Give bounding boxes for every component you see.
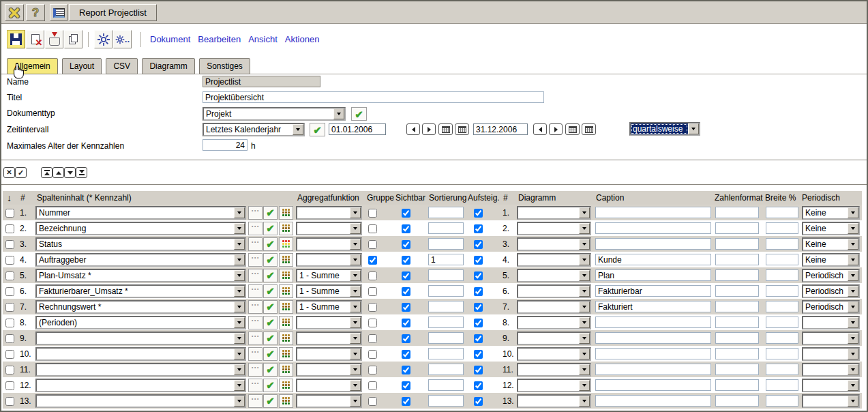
dropdown-arrow-icon[interactable] [579, 207, 590, 218]
dropdown-arrow-icon[interactable] [234, 286, 245, 297]
breite-input[interactable] [766, 317, 798, 328]
column-content-select[interactable] [35, 379, 246, 392]
periodisch-select[interactable]: Periodisch [802, 300, 860, 314]
dokumenttyp-select[interactable]: Projekt [203, 107, 346, 121]
apply-row-button[interactable]: ✔ [263, 363, 278, 377]
apply-row-button[interactable]: ✔ [263, 269, 278, 282]
caption-input[interactable] [595, 317, 711, 328]
dropdown-arrow-icon[interactable] [848, 396, 858, 407]
date-to-calendar-button[interactable] [565, 123, 580, 135]
sichtbar-checkbox[interactable] [402, 303, 410, 312]
dropdown-arrow-icon[interactable] [848, 380, 858, 391]
close-button[interactable] [5, 4, 24, 21]
aufsteigend-checkbox[interactable] [474, 334, 483, 343]
gruppe-checkbox[interactable] [368, 287, 377, 296]
zahlenformat-input[interactable] [715, 269, 759, 281]
caption-input[interactable] [595, 332, 711, 344]
apply-row-button[interactable]: ✔ [263, 316, 278, 329]
diagramm-select[interactable] [517, 316, 591, 329]
dropdown-arrow-icon[interactable] [848, 254, 858, 265]
sortierung-input[interactable] [428, 222, 464, 234]
diagramm-select[interactable] [517, 394, 591, 408]
breite-input[interactable] [766, 269, 798, 281]
apply-row-button[interactable]: ✔ [263, 332, 278, 345]
sortierung-input[interactable] [428, 207, 464, 218]
grid-button[interactable] [279, 206, 293, 220]
caption-input[interactable] [595, 269, 711, 281]
sortierung-input[interactable] [428, 348, 464, 359]
column-content-select[interactable] [35, 363, 246, 377]
row-select-checkbox[interactable] [5, 256, 14, 265]
sichtbar-checkbox[interactable] [402, 366, 410, 374]
grid-button[interactable] [279, 253, 293, 267]
date-to-calendar2-button[interactable] [582, 123, 596, 135]
save-button[interactable] [7, 30, 25, 48]
sortierung-input[interactable] [428, 238, 464, 250]
sichtbar-checkbox[interactable] [402, 209, 410, 218]
menu-aktionen[interactable]: Aktionen [285, 34, 320, 44]
gruppe-checkbox[interactable] [368, 366, 377, 374]
sortierung-input[interactable] [428, 332, 464, 344]
row-select-checkbox[interactable] [5, 350, 14, 359]
dropdown-arrow-icon[interactable] [234, 270, 245, 281]
help-button[interactable]: ? [26, 4, 45, 21]
column-content-select[interactable]: Rechnungswert * [35, 300, 246, 314]
row-select-checkbox[interactable] [5, 381, 14, 390]
aufsteigend-checkbox[interactable] [474, 209, 483, 218]
aufsteigend-checkbox[interactable] [474, 240, 483, 249]
dropdown-arrow-icon[interactable] [234, 396, 245, 407]
titel-input[interactable] [203, 91, 544, 103]
caption-input[interactable] [595, 254, 711, 265]
dropdown-arrow-icon[interactable] [350, 364, 361, 375]
move-bottom-button[interactable] [76, 167, 87, 178]
apply-row-button[interactable]: ✔ [263, 394, 278, 408]
sichtbar-checkbox[interactable] [402, 319, 410, 327]
zahlenformat-input[interactable] [715, 395, 759, 407]
dropdown-arrow-icon[interactable] [350, 223, 361, 234]
zeitintervall-select[interactable]: Letztes Kalenderjahr [203, 123, 305, 136]
column-content-select[interactable]: Bezeichnung [35, 222, 246, 235]
apply-row-button[interactable]: ✔ [263, 300, 278, 314]
column-content-select[interactable]: (Perioden) [35, 316, 246, 329]
max-age-input[interactable] [203, 139, 248, 151]
dropdown-arrow-icon[interactable] [579, 317, 590, 328]
menu-bearbeiten[interactable]: Bearbeiten [198, 34, 241, 44]
sortierung-input[interactable] [428, 285, 464, 297]
sichtbar-checkbox[interactable] [402, 256, 410, 265]
ellipsis-button[interactable]: ··· [248, 316, 263, 329]
sichtbar-checkbox[interactable] [402, 271, 410, 280]
sichtbar-checkbox[interactable] [402, 287, 410, 296]
diagramm-select[interactable] [517, 332, 591, 345]
copy-button[interactable] [64, 30, 83, 48]
dropdown-arrow-icon[interactable] [848, 270, 858, 281]
dropdown-arrow-icon[interactable] [848, 207, 858, 218]
caption-input[interactable] [595, 348, 711, 359]
apply-row-button[interactable]: ✔ [263, 222, 278, 235]
row-select-checkbox[interactable] [5, 303, 14, 312]
aggregatfunktion-select[interactable]: 1 - Summe [296, 269, 362, 282]
ellipsis-button[interactable]: ··· [248, 394, 263, 408]
sichtbar-checkbox[interactable] [402, 397, 410, 406]
column-content-select[interactable]: Plan-Umsatz * [35, 269, 246, 282]
dropdown-arrow-icon[interactable] [234, 239, 245, 250]
apply-rows-button[interactable]: ✓ [15, 167, 27, 178]
grid-button[interactable] [279, 222, 293, 235]
zahlenformat-input[interactable] [715, 301, 759, 312]
dropdown-arrow-icon[interactable] [579, 270, 590, 281]
grid-button[interactable] [279, 394, 293, 408]
dropdown-arrow-icon[interactable] [350, 254, 361, 265]
dropdown-arrow-icon[interactable] [848, 349, 858, 359]
zahlenformat-input[interactable] [715, 379, 759, 391]
dropdown-arrow-icon[interactable] [579, 349, 590, 359]
ellipsis-button[interactable]: ··· [248, 284, 263, 298]
aggregatfunktion-select[interactable]: 1 - Summe [296, 284, 362, 298]
apply-row-button[interactable]: ✔ [263, 237, 278, 251]
diagramm-select[interactable] [517, 379, 591, 392]
sichtbar-checkbox[interactable] [402, 334, 410, 343]
dropdown-arrow-icon[interactable] [234, 301, 245, 312]
date-from-calendar2-button[interactable] [455, 123, 469, 135]
zahlenformat-input[interactable] [715, 222, 759, 234]
aggregatfunktion-select[interactable] [296, 316, 362, 329]
tab-sonstiges[interactable]: Sonstiges [199, 58, 250, 74]
caption-input[interactable] [595, 379, 711, 391]
